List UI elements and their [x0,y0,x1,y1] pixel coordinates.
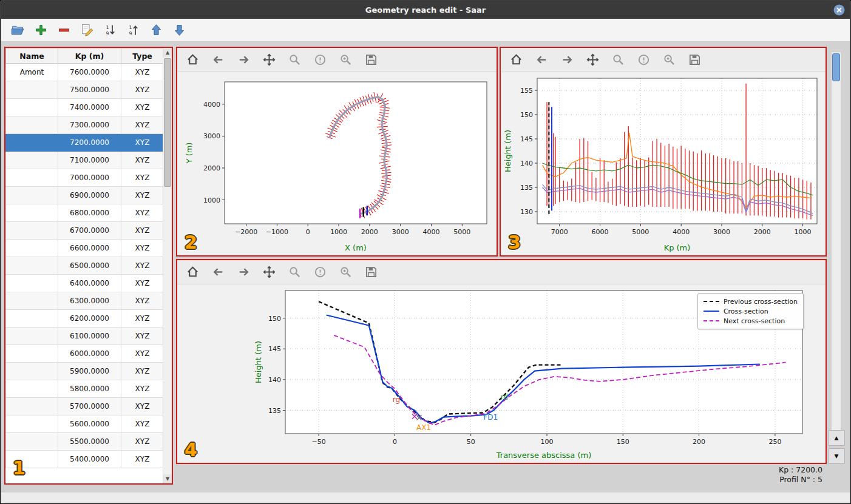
scroll-up-arrow-icon[interactable]: ▲ [163,48,172,57]
open-icon[interactable] [10,22,25,38]
cell-kp[interactable]: 7000.0000 [58,169,121,187]
save-icon[interactable] [363,52,379,68]
table-row[interactable]: 7300.0000XYZ [6,116,164,134]
scroll-down-arrow-icon[interactable]: ▼ [163,474,172,483]
table-row[interactable]: 7400.0000XYZ [6,99,164,116]
pan-icon[interactable] [261,264,277,280]
table-row[interactable]: 7000.0000XYZ [6,169,164,187]
add-icon[interactable] [33,22,49,38]
table-row[interactable]: 6700.0000XYZ [6,222,164,240]
table-row[interactable]: 5500.0000XYZ [6,433,164,451]
cell-type[interactable]: XYZ [121,398,164,415]
cell-type[interactable]: XYZ [121,275,164,292]
cell-type[interactable]: XYZ [121,81,164,99]
zoom-icon[interactable] [610,52,626,68]
plan-view-plot[interactable]: −2000−1000010002000300040005000100020003… [177,72,497,254]
title-bar[interactable]: Geometry reach edit - Saar [1,1,850,19]
cell-type[interactable]: XYZ [121,363,164,380]
back-icon[interactable] [210,264,226,280]
table-row[interactable]: 6500.0000XYZ [6,257,164,275]
cell-type[interactable]: XYZ [121,328,164,345]
table-row[interactable]: 7200.0000XYZ [6,134,164,152]
configure-icon[interactable] [312,264,328,280]
cell-kp[interactable]: 6800.0000 [58,204,121,222]
cell-name[interactable] [6,328,58,345]
sort-ascending-icon[interactable]: 19 [102,22,118,38]
cell-name[interactable] [6,99,58,116]
cell-type[interactable]: XYZ [121,380,164,398]
table-row[interactable]: 6300.0000XYZ [6,292,164,310]
table-row[interactable]: 6000.0000XYZ [6,345,164,363]
save-icon[interactable] [363,264,379,280]
cell-name[interactable] [6,292,58,310]
cell-kp[interactable]: 6200.0000 [58,310,121,328]
table-row[interactable]: 6100.0000XYZ [6,328,164,345]
cell-name[interactable] [6,222,58,240]
main-scrollbar[interactable] [831,52,841,431]
table-row[interactable]: 5400.0000XYZ [6,451,164,468]
back-icon[interactable] [210,52,226,68]
cell-kp[interactable]: 5900.0000 [58,363,121,380]
table-row[interactable]: 6600.0000XYZ [6,240,164,257]
zoom-icon[interactable] [286,264,302,280]
table-scrollbar-thumb[interactable] [164,58,171,187]
table-row[interactable]: 6800.0000XYZ [6,204,164,222]
cell-name[interactable] [6,204,58,222]
main-scrollbar-thumb[interactable] [832,53,840,81]
edit-icon[interactable] [79,22,95,38]
table-row[interactable]: Amont7600.0000XYZ [6,64,164,81]
save-icon[interactable] [687,52,702,68]
cell-kp[interactable]: 6500.0000 [58,257,121,275]
cell-type[interactable]: XYZ [121,169,164,187]
sort-descending-icon[interactable]: 19 [125,22,141,38]
column-header-type[interactable]: Type [121,49,164,64]
cell-type[interactable]: XYZ [121,134,164,152]
cell-name[interactable] [6,116,58,134]
table-scrollbar[interactable]: ▲ ▼ [163,48,172,483]
home-icon[interactable] [508,52,524,68]
cell-name[interactable] [6,415,58,433]
cell-type[interactable]: XYZ [121,99,164,116]
cell-name[interactable] [6,257,58,275]
cell-name[interactable] [6,345,58,363]
cell-kp[interactable]: 7600.0000 [58,64,121,81]
cell-kp[interactable]: 6400.0000 [58,275,121,292]
cell-name[interactable] [6,310,58,328]
zoom-icon[interactable] [286,52,302,68]
cell-kp[interactable]: 5800.0000 [58,380,121,398]
cell-type[interactable]: XYZ [121,257,164,275]
cell-kp[interactable]: 7300.0000 [58,116,121,134]
pan-icon[interactable] [585,52,600,68]
cell-name[interactable] [6,275,58,292]
cell-type[interactable]: XYZ [121,240,164,257]
table-row[interactable]: 6200.0000XYZ [6,310,164,328]
cell-kp[interactable]: 6600.0000 [58,240,121,257]
back-icon[interactable] [534,52,549,68]
table-row[interactable]: 7500.0000XYZ [6,81,164,99]
cell-kp[interactable]: 6000.0000 [58,345,121,363]
cell-kp[interactable]: 5700.0000 [58,398,121,415]
cell-type[interactable]: XYZ [121,64,164,81]
cell-kp[interactable]: 7400.0000 [58,99,121,116]
cell-name[interactable] [6,380,58,398]
zoom-rect-icon[interactable] [337,264,353,280]
cell-kp[interactable]: 6900.0000 [58,187,121,204]
table-row[interactable]: 7100.0000XYZ [6,152,164,169]
longitudinal-profile-plot[interactable]: 7000600050004000300020001000130135140145… [501,72,826,254]
cell-type[interactable]: XYZ [121,204,164,222]
cell-kp[interactable]: 7100.0000 [58,152,121,169]
cell-name[interactable]: Amont [6,64,58,81]
cell-name[interactable] [6,81,58,99]
forward-icon[interactable] [559,52,575,68]
table-row[interactable]: 6900.0000XYZ [6,187,164,204]
cell-name[interactable] [6,187,58,204]
cell-kp[interactable]: 6300.0000 [58,292,121,310]
cell-kp[interactable]: 7500.0000 [58,81,121,99]
previous-profile-button[interactable]: ▲ [828,430,845,446]
cell-type[interactable]: XYZ [121,152,164,169]
table-row[interactable]: 5700.0000XYZ [6,398,164,415]
cell-kp[interactable]: 5600.0000 [58,415,121,433]
cell-name[interactable] [6,134,58,152]
cell-type[interactable]: XYZ [121,345,164,363]
move-down-icon[interactable] [171,22,187,38]
